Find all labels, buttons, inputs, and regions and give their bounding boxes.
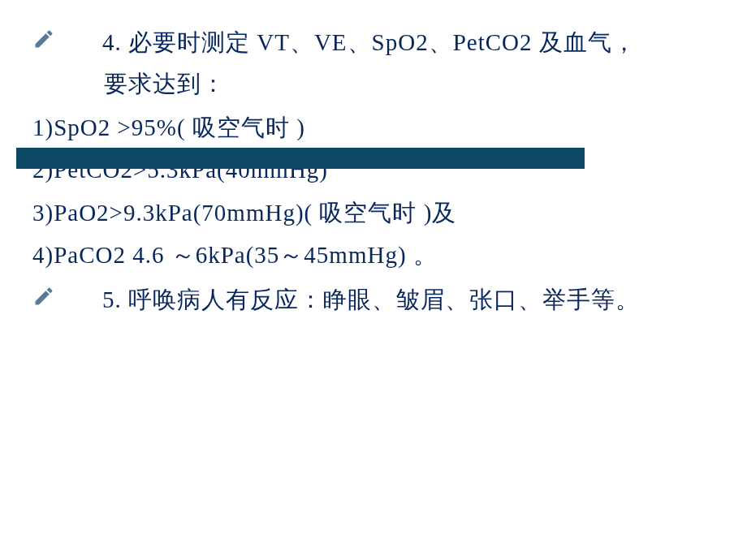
bullet-text-wrap: 5. 呼唤病人有反应：睁眼、皱眉、张口、举手等。 <box>63 282 640 318</box>
slide-content: 4. 必要时测定 VT、VE、SpO2、PetCO2 及血气， 要求达到： 1)… <box>0 0 747 560</box>
decorative-bar <box>16 148 585 169</box>
pencil-icon <box>32 28 55 50</box>
sub-line-3: 3)PaO2>9.3kPa(70mmHg)( 吸空气时 )及 <box>32 194 715 231</box>
item4-continue: 要求达到： <box>32 66 715 102</box>
bullet-item-4: 4. 必要时测定 VT、VE、SpO2、PetCO2 及血气， <box>32 24 715 61</box>
bullet-item-5: 5. 呼唤病人有反应：睁眼、皱眉、张口、举手等。 <box>32 282 715 318</box>
bullet-text-wrap: 4. 必要时测定 VT、VE、SpO2、PetCO2 及血气， <box>63 24 637 61</box>
pencil-icon <box>32 285 55 308</box>
sub-line-4: 4)PaCO2 4.6 ～6kPa(35～45mmHg) 。 <box>32 236 715 274</box>
item4-text: 4. 必要时测定 VT、VE、SpO2、PetCO2 及血气， <box>102 29 637 55</box>
sub-line-1: 1)SpO2 >95%( 吸空气时 ) <box>32 109 715 146</box>
item5-text: 5. 呼唤病人有反应：睁眼、皱眉、张口、举手等。 <box>102 286 640 312</box>
